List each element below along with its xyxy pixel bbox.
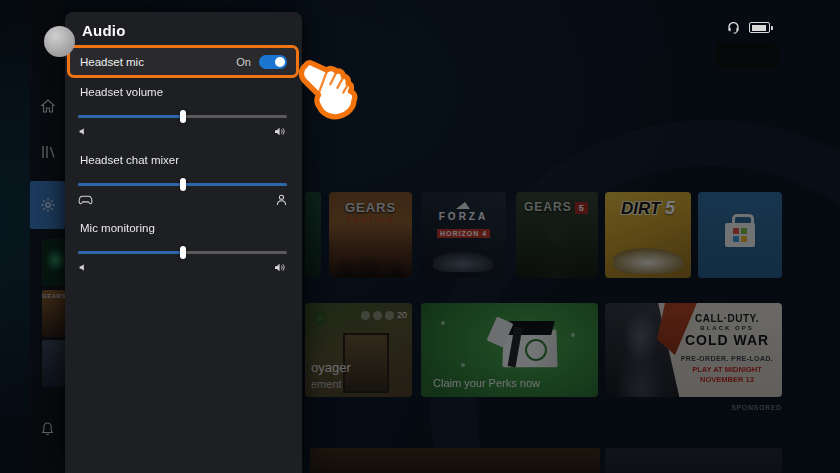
achievement-text-line: oyager [311,360,351,375]
tile-art-text: TACTICS [329,215,412,224]
chat-mixer-slider[interactable] [78,183,287,186]
mic-monitoring-group: Mic monitoring [80,222,287,280]
cod-brand-line: BLACK OPS [677,325,777,331]
tile-artwork [613,248,683,274]
tile-art-text: HORIZON 4 [437,229,490,238]
tile-art-text: GEARS [42,293,66,299]
toggle-knob [275,57,285,67]
headset-mic-toggle[interactable] [259,55,287,69]
forza-logo-icon [455,202,471,209]
slider-fill [78,251,183,254]
status-indicators [726,20,770,35]
tile-artwork [313,311,327,325]
tile-art-text: GEARS [329,200,412,215]
slider-thumb[interactable] [180,178,186,191]
person-icon [276,194,287,206]
guide-sidebar: GEARS [30,0,65,473]
panel-title: Audio [82,22,126,39]
tile-microsoft-store[interactable] [698,192,782,278]
battery-icon [749,22,770,33]
headset-mic-row[interactable]: Headset mic On [67,45,299,78]
slider-fill [78,115,183,118]
tile-art-text: 5 [665,198,675,218]
tile-art-text: FORZA [421,211,506,222]
slider-label: Headset chat mixer [80,154,287,166]
tile-cod-cold-war[interactable]: CALL·DUTY. BLACK OPS COLD WAR PRE-ORDER.… [605,303,782,397]
tile-art-text: DIRT [621,199,660,219]
sidebar-item-forza[interactable] [42,340,65,387]
tile-art-text: 5 [575,202,588,214]
cod-text-block: CALL·DUTY. BLACK OPS COLD WAR PRE-ORDER.… [677,313,777,384]
tile-artwork [532,222,582,278]
tile-bottom-row-partial[interactable] [310,448,600,473]
speaker-low-icon [78,262,88,273]
store-bag-icon [725,223,755,247]
badge-dot-icon [361,311,370,320]
headset-volume-group: Headset volume [80,86,287,144]
headset-volume-slider[interactable] [78,115,287,118]
speaker-high-icon [274,126,287,137]
cod-promo-line: PRE-ORDER. PRE-LOAD. [677,355,777,362]
achievement-badges: 20 [361,310,407,320]
chat-mixer-group: Headset chat mixer [80,154,287,212]
tile-gears-5[interactable]: GEARS5 [516,192,598,278]
tile-artwork [329,244,412,278]
cod-brand-line: CALL·DUTY. [677,313,777,324]
speaker-high-icon [274,262,287,273]
sponsored-label: SPONSORED [712,404,782,411]
home-icon[interactable] [30,98,65,114]
tile-bottom-row-partial[interactable] [605,448,782,473]
sidebar-item-gears-tactics[interactable]: GEARS [42,290,65,337]
xbox-dashboard-screen: GEARS TACTICS FORZA HORIZON 4 GEARS5 DIR… [0,0,840,473]
tile-achievement[interactable]: 20 oyager ement [305,303,412,397]
slider-thumb[interactable] [180,246,186,259]
tile-artwork [615,311,667,397]
hand-cursor-icon [295,56,361,122]
avatar[interactable] [44,26,75,57]
tile-artwork [433,252,493,272]
tile-dirt-5[interactable]: DIRT 5 [605,192,691,278]
speaker-low-icon [78,126,88,137]
cod-brand-line: COLD WAR [677,332,777,348]
controller-icon [78,194,93,206]
perks-box-artwork [499,315,561,367]
slider-label: Headset volume [80,86,287,98]
cod-promo-line: PLAY AT MIDNIGHT [677,365,777,374]
library-icon[interactable] [30,144,65,160]
sidebar-item-settings[interactable] [30,181,65,229]
redacted-gamertag-patch [716,42,778,68]
gamerscore-icon [385,311,394,320]
gamerscore-value: 20 [397,310,407,320]
perks-caption: Claim your Perks now [433,377,540,389]
achievement-text-line: ement [311,378,342,390]
cod-promo-line: NOVEMBER 13 [677,375,777,384]
badge-dot-icon [373,311,382,320]
settings-gear-icon [40,197,56,213]
tile-art-text: GEARS [524,200,572,214]
toggle-state-label: On [236,56,251,68]
slider-thumb[interactable] [180,110,186,123]
pointer-hand-annotation [295,56,361,122]
headset-mic-label: Headset mic [80,56,144,68]
game-pass-logo-icon [525,339,547,361]
tile-game-pass-perks[interactable]: Claim your Perks now [421,303,598,397]
audio-panel: Audio Headset mic On Headset volume Head… [65,12,302,473]
sidebar-item-sea-of-thieves[interactable] [42,239,65,286]
notifications-bell-icon[interactable] [30,421,65,437]
mic-monitoring-slider[interactable] [78,251,287,254]
tile-partial-left[interactable] [305,192,321,278]
slider-label: Mic monitoring [80,222,287,234]
tile-forza-horizon-4[interactable]: FORZA HORIZON 4 [421,192,506,278]
headset-icon [726,20,741,35]
tile-gears-tactics[interactable]: GEARS TACTICS [329,192,412,278]
